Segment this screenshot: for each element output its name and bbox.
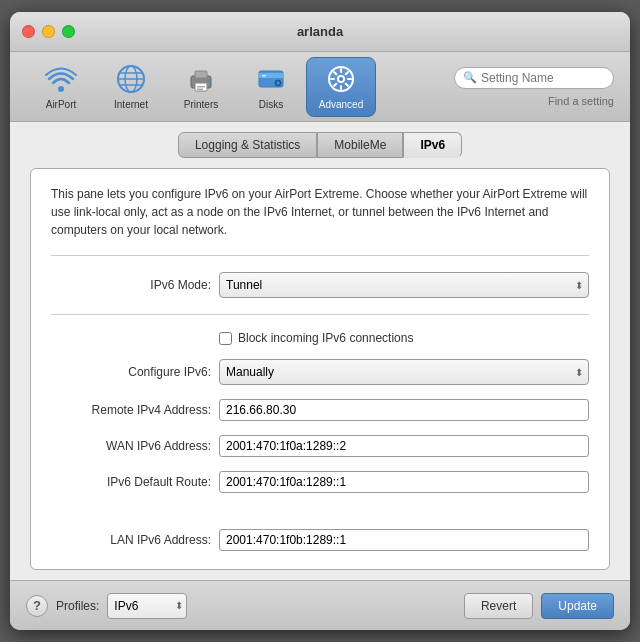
remote-ipv4-row: Remote IPv4 Address: xyxy=(51,399,589,421)
remote-ipv4-label: Remote IPv4 Address: xyxy=(51,403,211,417)
tab-logging[interactable]: Logging & Statistics xyxy=(178,132,317,158)
ipv6-default-route-input[interactable] xyxy=(219,471,589,493)
airport-label: AirPort xyxy=(46,99,77,110)
block-incoming-row: Block incoming IPv6 connections xyxy=(51,331,589,345)
internet-icon xyxy=(115,63,147,95)
help-button[interactable]: ? xyxy=(26,595,48,617)
internet-label: Internet xyxy=(114,99,148,110)
ipv6-mode-select[interactable]: Tunnel Link-local only Node Off xyxy=(219,272,589,298)
toolbar-item-advanced[interactable]: Advanced xyxy=(306,57,376,117)
disks-icon xyxy=(255,63,287,95)
remote-ipv4-input[interactable] xyxy=(219,399,589,421)
divider-2 xyxy=(51,314,589,315)
toolbar-item-airport[interactable]: AirPort xyxy=(26,57,96,117)
svg-rect-14 xyxy=(262,75,266,77)
tab-bar: Logging & Statistics MobileMe IPv6 xyxy=(30,132,610,158)
panel-description: This pane lets you configure IPv6 on you… xyxy=(51,185,589,239)
lan-ipv6-label: LAN IPv6 Address: xyxy=(51,533,211,547)
disks-label: Disks xyxy=(259,99,283,110)
minimize-button[interactable] xyxy=(42,25,55,38)
toolbar-item-disks[interactable]: Disks xyxy=(236,57,306,117)
ipv6-mode-label: IPv6 Mode: xyxy=(51,278,211,292)
printers-icon xyxy=(185,63,217,95)
profiles-label: Profiles: xyxy=(56,599,99,613)
window-title: arlanda xyxy=(297,24,343,39)
lan-ipv6-input[interactable] xyxy=(219,529,589,551)
ipv6-default-route-row: IPv6 Default Route: xyxy=(51,471,589,493)
airport-icon xyxy=(45,63,77,95)
close-button[interactable] xyxy=(22,25,35,38)
svg-rect-10 xyxy=(197,89,203,91)
configure-ipv6-select-wrapper[interactable]: Manually Automatically ⬍ xyxy=(219,359,589,385)
svg-rect-7 xyxy=(195,71,207,78)
svg-rect-9 xyxy=(197,86,205,88)
search-icon: 🔍 xyxy=(463,71,477,84)
toolbar: AirPort Internet xyxy=(10,52,630,122)
ipv6-default-route-label: IPv6 Default Route: xyxy=(51,475,211,489)
tab-ipv6[interactable]: IPv6 xyxy=(403,132,462,158)
search-hint: Find a setting xyxy=(548,95,614,107)
zoom-button[interactable] xyxy=(62,25,75,38)
svg-point-0 xyxy=(58,86,64,92)
svg-point-11 xyxy=(207,79,210,82)
profiles-select-wrapper[interactable]: IPv6 Default ⬍ xyxy=(107,593,187,619)
configure-ipv6-label: Configure IPv6: xyxy=(51,365,211,379)
ipv6-mode-select-wrapper[interactable]: Tunnel Link-local only Node Off ⬍ xyxy=(219,272,589,298)
wan-ipv6-label: WAN IPv6 Address: xyxy=(51,439,211,453)
traffic-lights xyxy=(22,25,75,38)
toolbar-item-printers[interactable]: Printers xyxy=(166,57,236,117)
ipv6-panel: This pane lets you configure IPv6 on you… xyxy=(30,168,610,570)
wan-ipv6-input[interactable] xyxy=(219,435,589,457)
advanced-label: Advanced xyxy=(319,99,363,110)
main-window: arlanda AirPort xyxy=(10,12,630,630)
titlebar: arlanda xyxy=(10,12,630,52)
configure-ipv6-row: Configure IPv6: Manually Automatically ⬍ xyxy=(51,359,589,385)
revert-button[interactable]: Revert xyxy=(464,593,533,619)
divider-1 xyxy=(51,255,589,256)
lan-ipv6-row: LAN IPv6 Address: xyxy=(51,529,589,551)
configure-ipv6-select[interactable]: Manually Automatically xyxy=(219,359,589,385)
advanced-icon xyxy=(325,63,357,95)
ipv6-mode-row: IPv6 Mode: Tunnel Link-local only Node O… xyxy=(51,272,589,298)
toolbar-item-internet[interactable]: Internet xyxy=(96,57,166,117)
bottombar: ? Profiles: IPv6 Default ⬍ Revert Update xyxy=(10,580,630,630)
update-button[interactable]: Update xyxy=(541,593,614,619)
search-box[interactable]: 🔍 xyxy=(454,67,614,89)
search-input[interactable] xyxy=(481,71,591,85)
wan-ipv6-row: WAN IPv6 Address: xyxy=(51,435,589,457)
tab-mobileme[interactable]: MobileMe xyxy=(317,132,403,158)
svg-point-19 xyxy=(339,77,343,81)
content-area: Logging & Statistics MobileMe IPv6 This … xyxy=(10,122,630,580)
svg-point-16 xyxy=(277,82,280,85)
profiles-select[interactable]: IPv6 Default xyxy=(107,593,187,619)
block-incoming-checkbox[interactable] xyxy=(219,332,232,345)
block-incoming-label: Block incoming IPv6 connections xyxy=(238,331,413,345)
printers-label: Printers xyxy=(184,99,218,110)
